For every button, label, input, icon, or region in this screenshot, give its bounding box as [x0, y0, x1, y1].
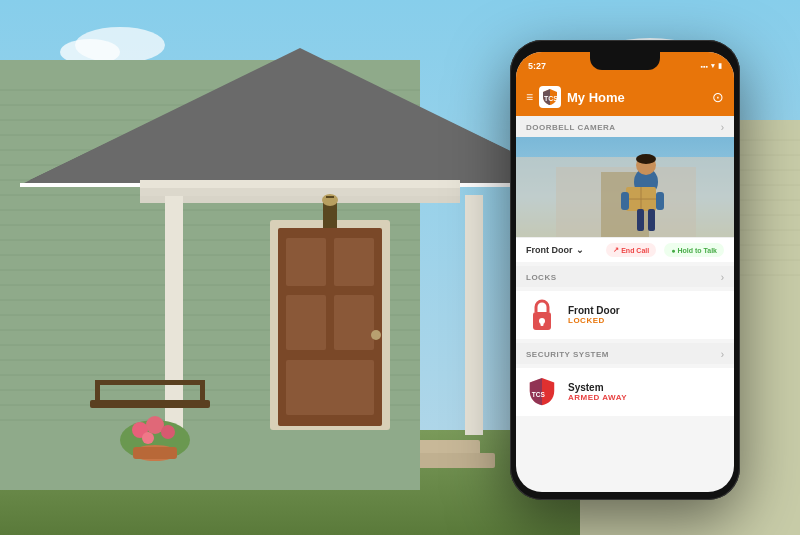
- svg-point-66: [161, 425, 175, 439]
- svg-rect-88: [648, 209, 655, 231]
- svg-rect-43: [286, 238, 326, 286]
- header-left: ≡ TCS My Home: [526, 86, 625, 108]
- dropdown-arrow: ⌄: [576, 245, 584, 255]
- location-dropdown[interactable]: Front Door ⌄: [526, 245, 584, 255]
- svg-point-81: [636, 154, 656, 164]
- security-info: System ARMED AWAY: [568, 382, 724, 402]
- svg-rect-73: [200, 380, 205, 408]
- settings-icon[interactable]: ⊙: [712, 89, 724, 105]
- svg-point-48: [371, 330, 381, 340]
- wifi-icon: ▾: [711, 62, 715, 70]
- locks-section-header[interactable]: LOCKS ›: [516, 266, 734, 287]
- tcs-logo-wrap: TCS: [526, 376, 558, 408]
- svg-rect-72: [95, 380, 100, 408]
- camera-feed[interactable]: [516, 137, 734, 237]
- security-status: ARMED AWAY: [568, 393, 724, 402]
- svg-point-50: [322, 194, 338, 206]
- phone-shell: 5:27 ▪▪▪ ▾ ▮ ≡ TCS: [510, 40, 740, 500]
- phone-mockup: 5:27 ▪▪▪ ▾ ▮ ≡ TCS: [510, 40, 740, 500]
- status-time: 5:27: [528, 61, 546, 71]
- menu-icon[interactable]: ≡: [526, 90, 533, 104]
- locks-arrow: ›: [721, 272, 724, 283]
- svg-rect-87: [637, 209, 644, 231]
- phone-notch: [590, 52, 660, 70]
- svg-rect-51: [326, 196, 334, 198]
- svg-rect-71: [95, 380, 205, 385]
- svg-rect-46: [334, 295, 374, 350]
- svg-rect-37: [140, 195, 460, 203]
- svg-rect-47: [286, 360, 374, 415]
- svg-rect-38: [165, 195, 183, 435]
- call-buttons: ↗ End Call ● Hold to Talk: [606, 243, 724, 257]
- phone-slash-icon: ↗: [613, 246, 619, 254]
- lock-card[interactable]: Front Door LOCKED: [516, 291, 734, 339]
- svg-text:TCS: TCS: [544, 95, 558, 102]
- security-device-name: System: [568, 382, 724, 393]
- svg-rect-39: [465, 195, 483, 435]
- battery-icon: ▮: [718, 62, 722, 70]
- lock-name: Front Door: [568, 305, 724, 316]
- security-section-header[interactable]: SECURITY SYSTEM ›: [516, 343, 734, 364]
- lock-icon-wrap: [526, 299, 558, 331]
- hold-talk-button[interactable]: ● Hold to Talk: [664, 243, 724, 257]
- mic-dot-icon: ●: [671, 247, 675, 254]
- doorbell-section-header[interactable]: DOORBELL CAMERA ›: [516, 116, 734, 137]
- app-title: My Home: [567, 90, 625, 105]
- svg-rect-86: [656, 192, 664, 210]
- app-logo: TCS: [539, 86, 561, 108]
- svg-rect-44: [334, 238, 374, 286]
- camera-controls: Front Door ⌄ ↗ End Call ● Hold to Talk: [516, 237, 734, 262]
- svg-text:TCS: TCS: [532, 391, 546, 398]
- security-arrow: ›: [721, 349, 724, 360]
- doorbell-camera-card: DOORBELL CAMERA ›: [516, 116, 734, 262]
- lock-info: Front Door LOCKED: [568, 305, 724, 325]
- status-icons: ▪▪▪ ▾ ▮: [701, 62, 722, 70]
- end-call-button[interactable]: ↗ End Call: [606, 243, 656, 257]
- security-label: SECURITY SYSTEM: [526, 350, 609, 359]
- svg-rect-40: [140, 188, 460, 196]
- svg-rect-91: [541, 321, 544, 326]
- svg-point-67: [142, 432, 154, 444]
- security-card[interactable]: TCS System ARMED AWAY: [516, 368, 734, 416]
- svg-rect-70: [90, 400, 210, 408]
- locks-label: LOCKS: [526, 273, 557, 282]
- signal-icon: ▪▪▪: [701, 63, 708, 70]
- svg-rect-69: [133, 447, 177, 459]
- svg-rect-45: [286, 295, 326, 350]
- location-text: Front Door: [526, 245, 573, 255]
- doorbell-arrow: ›: [721, 122, 724, 133]
- phone-screen: 5:27 ▪▪▪ ▾ ▮ ≡ TCS: [516, 52, 734, 492]
- doorbell-label: DOORBELL CAMERA: [526, 123, 616, 132]
- app-header: ≡ TCS My Home ⊙: [516, 80, 734, 116]
- svg-rect-85: [621, 192, 629, 210]
- lock-status: LOCKED: [568, 316, 724, 325]
